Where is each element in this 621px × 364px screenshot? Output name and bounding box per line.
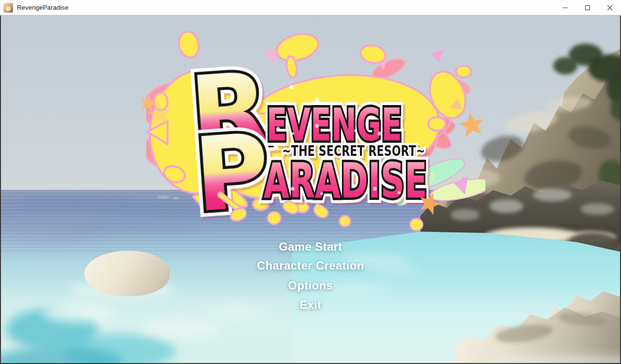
maximize-button[interactable] <box>576 0 599 15</box>
window-controls <box>554 0 621 15</box>
app-icon <box>3 3 13 13</box>
menu-item-game-start[interactable]: Game Start <box>1 240 620 254</box>
menu-item-exit[interactable]: Exit <box>1 298 620 312</box>
minimize-button[interactable] <box>554 0 576 15</box>
close-button[interactable] <box>599 0 621 15</box>
game-viewport: R R EVENGE EVENGE ~THE SECRET RESORT~ ~T… <box>0 15 621 364</box>
menu-item-character-creation[interactable]: Character Creation <box>1 259 620 273</box>
title-bar[interactable]: RevengeParadise <box>0 0 621 15</box>
maximize-icon <box>585 5 590 10</box>
menu-item-options[interactable]: Options <box>1 279 620 292</box>
close-icon <box>607 5 612 10</box>
main-menu: Game Start Character Creation Options Ex… <box>1 15 620 363</box>
window-title: RevengeParadise <box>17 4 68 11</box>
app-window: RevengeParadise <box>0 0 621 364</box>
minimize-icon <box>563 5 568 10</box>
